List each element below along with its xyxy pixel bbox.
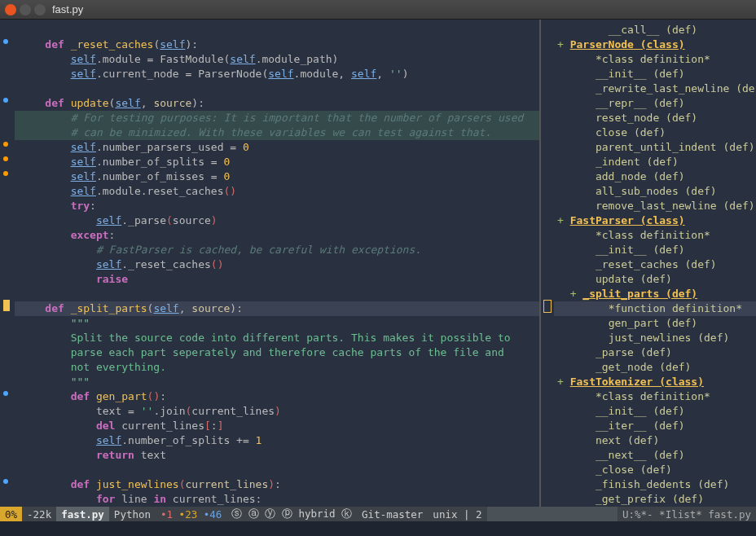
code-line[interactable]: self.number_parsers_used = 0 — [15, 140, 539, 155]
close-window-button[interactable] — [5, 4, 16, 15]
code-line[interactable] — [15, 287, 539, 301]
code-editor[interactable]: def _reset_caches(self): self.module = F… — [15, 20, 539, 507]
code-line[interactable]: self.module = FastModule(self.module_pat… — [15, 52, 539, 67]
outline-item[interactable]: reset_node (def) — [554, 111, 756, 125]
code-line[interactable] — [15, 463, 539, 477]
minimize-window-button[interactable] — [20, 4, 31, 15]
window-title: fast.py — [52, 3, 83, 15]
status-bar: 0% - 22k fast.py Python •1 •23 •46 ⓢ ⓐ ⓨ… — [0, 507, 756, 521]
code-line[interactable]: # FastParser is cached, be careful with … — [15, 243, 539, 257]
editor-area: def _reset_caches(self): self.module = F… — [0, 20, 756, 507]
outline-item[interactable]: _parse (def) — [554, 345, 756, 360]
status-filename: fast.py — [56, 507, 109, 521]
code-line[interactable]: text = ''.join(current_lines) — [15, 404, 539, 419]
outline-item[interactable]: *class definition* — [554, 389, 756, 404]
outline-item[interactable]: + _split_parts (def) — [554, 287, 756, 301]
code-line[interactable]: self._reset_caches() — [15, 257, 539, 272]
outline-item[interactable]: *function definition* — [554, 301, 756, 316]
outline-item[interactable]: __init__ (def) — [554, 243, 756, 257]
code-line[interactable] — [15, 81, 539, 96]
outline-item[interactable]: _indent (def) — [554, 155, 756, 169]
title-bar: fast.py — [0, 0, 756, 20]
minibuffer[interactable] — [0, 521, 756, 536]
outline-item[interactable]: __init__ (def) — [554, 67, 756, 81]
outline-item[interactable]: close (def) — [554, 125, 756, 140]
code-line[interactable]: # can be minimized. With these variables… — [15, 125, 539, 140]
outline-item[interactable]: __iter__ (def) — [554, 419, 756, 433]
outline-item[interactable]: *class definition* — [554, 52, 756, 67]
code-line[interactable]: self._parse(source) — [15, 213, 539, 228]
outline-item[interactable]: _get_prefix (def) — [554, 492, 756, 507]
status-flycheck: •1 •23 •46 — [156, 507, 226, 521]
outline-gutter — [541, 20, 554, 507]
code-line[interactable]: def update(self, source): — [15, 96, 539, 111]
status-vcs: Git-master — [357, 507, 428, 521]
code-line[interactable]: raise — [15, 272, 539, 287]
code-line[interactable]: del current_lines[:] — [15, 419, 539, 433]
maximize-window-button[interactable] — [34, 4, 46, 15]
code-line[interactable]: self.number_of_misses = 0 — [15, 169, 539, 184]
code-line[interactable]: for line in current_lines: — [15, 492, 539, 507]
code-line[interactable]: self.current_node = ParserNode(self.modu… — [15, 67, 539, 81]
outline-item[interactable]: next (def) — [554, 433, 756, 448]
code-line[interactable]: except: — [15, 228, 539, 243]
outline-item[interactable]: gen_part (def) — [554, 316, 756, 331]
code-line[interactable]: not everything. — [15, 360, 539, 375]
outline-item[interactable]: _close (def) — [554, 463, 756, 477]
outline-item[interactable]: _reset_caches (def) — [554, 257, 756, 272]
outline-item[interactable]: parent_until_indent (def) — [554, 140, 756, 155]
status-percent: 0% — [0, 507, 22, 521]
code-line[interactable] — [15, 23, 539, 37]
left-gutter — [0, 20, 15, 507]
outline-item[interactable]: __init__ (def) — [554, 404, 756, 419]
status-right: U:%*- *Ilist* fast.py — [618, 507, 756, 521]
outline-item[interactable]: update (def) — [554, 272, 756, 287]
code-line[interactable]: Split the source code into different par… — [15, 331, 539, 345]
window-buttons — [5, 4, 46, 15]
outline-item[interactable]: _get_node (def) — [554, 360, 756, 375]
code-line[interactable]: self.module.reset_caches() — [15, 184, 539, 199]
outline-item[interactable]: *class definition* — [554, 228, 756, 243]
outline-item[interactable]: __call__ (def) — [554, 23, 756, 37]
status-encoding: unix | 2 — [428, 507, 486, 521]
status-minor-modes: ⓢ ⓐ ⓨ ⓟ hybrid ⓚ — [226, 507, 357, 521]
outline-item[interactable]: __repr__ (def) — [554, 96, 756, 111]
outline-item[interactable]: all_sub_nodes (def) — [554, 184, 756, 199]
outline-item[interactable]: + ParserNode (class) — [554, 37, 756, 52]
outline-item[interactable]: __next__ (def) — [554, 448, 756, 463]
outline-item[interactable]: _finish_dedents (def) — [554, 477, 756, 492]
code-line[interactable]: def gen_part(): — [15, 389, 539, 404]
outline-item[interactable]: remove_last_newline (def) — [554, 199, 756, 213]
code-line[interactable]: self.number_of_splits = 0 — [15, 155, 539, 169]
code-line[interactable]: self.number_of_splits += 1 — [15, 433, 539, 448]
outline-panel[interactable]: __call__ (def)+ ParserNode (class) *clas… — [554, 20, 756, 507]
code-line[interactable]: def just_newlines(current_lines): — [15, 477, 539, 492]
outline-item[interactable]: + FastParser (class) — [554, 213, 756, 228]
code-line[interactable]: def _reset_caches(self): — [15, 37, 539, 52]
code-line[interactable]: """ — [15, 375, 539, 389]
outline-item[interactable]: add_node (def) — [554, 169, 756, 184]
code-line[interactable]: def _split_parts(self, source): — [15, 301, 539, 316]
code-line[interactable]: try: — [15, 199, 539, 213]
outline-item[interactable]: + FastTokenizer (class) — [554, 375, 756, 389]
code-line[interactable]: parse each part seperately and therefore… — [15, 345, 539, 360]
status-line: - 22k — [22, 507, 56, 521]
status-mode: Python — [109, 507, 156, 521]
outline-item[interactable]: just_newlines (def) — [554, 331, 756, 345]
code-line[interactable]: """ — [15, 316, 539, 331]
outline-item[interactable]: _rewrite_last_newline (def) — [554, 81, 756, 96]
code-line[interactable]: return text — [15, 448, 539, 463]
code-line[interactable]: # For testing purposes: It is important … — [15, 111, 539, 125]
